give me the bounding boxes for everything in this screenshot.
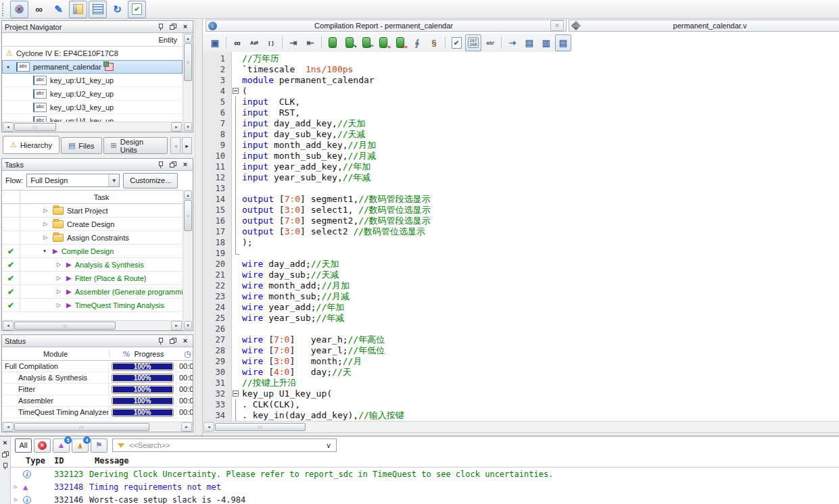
close-icon[interactable]: × — [1, 438, 10, 447]
scroll-right-icon[interactable]: ► — [171, 321, 182, 330]
id-column-header[interactable]: ID — [54, 456, 89, 465]
refresh-icon[interactable]: ↻ — [108, 1, 126, 18]
tab-hierarchy[interactable]: ⚠Hierarchy — [3, 136, 59, 154]
task-row[interactable]: ✔▷▶TimeQuest Timing Analysis — [2, 299, 183, 312]
tree-item[interactable]: abckey_up:U1_key_up — [2, 74, 183, 87]
code-line[interactable]: 24wire year_add;//年加 — [203, 302, 839, 313]
expand-arrow-icon[interactable]: ▷ — [43, 234, 49, 241]
editor-hscrollbar[interactable]: ◄ ||| — [203, 421, 839, 432]
tab-scroll-right-icon[interactable]: ▸ — [182, 137, 192, 154]
code-line[interactable]: 7input day_add_key,//天加 — [203, 118, 839, 129]
close-icon[interactable]: × — [181, 336, 190, 345]
message-column-header[interactable]: Message — [89, 456, 839, 465]
close-icon[interactable]: ✕ — [550, 20, 564, 31]
code-line[interactable]: 20wire day_add;//天加 — [203, 259, 839, 270]
code-line[interactable]: 4( — [203, 86, 839, 97]
expand-arrow-icon[interactable]: ▷ — [14, 484, 20, 490]
code-editor[interactable]: 1//万年历2`timescale 1ns/100ps3module perma… — [203, 52, 839, 421]
navigator-hscrollbar[interactable]: ◄ ||| ► — [2, 122, 183, 132]
expand-arrow-icon[interactable]: ▷ — [43, 221, 49, 227]
task-row[interactable]: ▷Start Project — [2, 204, 183, 218]
scroll-up-icon[interactable]: ▲ — [184, 191, 192, 199]
entity-column-header[interactable]: Entity — [2, 33, 183, 47]
filter-flag-button[interactable]: ⚑ — [91, 438, 107, 453]
hscroll-thumb[interactable]: ||| — [14, 423, 149, 431]
find-binoculars-icon[interactable]: ∞ — [30, 1, 48, 18]
bookmark-next-icon[interactable]: ↷ — [341, 34, 358, 51]
layout-list-icon[interactable] — [89, 1, 107, 18]
message-row[interactable]: ▷▲332148Timing requirements not met — [11, 480, 839, 493]
tasks-vscrollbar[interactable]: ▲ ≡ ▼ — [183, 190, 193, 330]
bookmark-prev-icon[interactable]: ↶ — [358, 34, 375, 51]
expand-arrow-icon[interactable]: ▾ — [43, 248, 49, 254]
vscroll-thumb[interactable]: ≡ — [184, 43, 192, 81]
scroll-up-icon[interactable]: ▲ — [184, 34, 192, 43]
code-line[interactable]: 1//万年历 — [203, 53, 839, 64]
tree-item[interactable]: ▾abcpermanent_calendar — [2, 60, 183, 74]
float-icon[interactable] — [1, 450, 10, 459]
replace-icon[interactable]: A⇄ — [246, 34, 262, 51]
code-line[interactable]: 29wire [3:0] month;//月 — [203, 356, 839, 367]
tree-item[interactable]: abckey_up:U2_key_up — [2, 87, 183, 101]
expand-arrow-icon[interactable]: ▷ — [57, 261, 63, 268]
code-line[interactable]: 31//按键上升沿 — [203, 378, 839, 388]
tab-scroll-left-icon[interactable]: ◂ — [170, 137, 181, 154]
tab-design-units[interactable]: ⊞Design Units — [103, 137, 168, 154]
expand-arrow-icon[interactable]: ▷ — [14, 497, 20, 503]
customize-button[interactable]: Customize... — [123, 173, 178, 188]
unindent-icon[interactable]: ⇤ — [302, 34, 318, 51]
code-line[interactable]: 28wire [7:0] year_l;//年低位 — [203, 345, 839, 356]
fold-marker-icon[interactable] — [231, 388, 242, 399]
ab-slash-icon[interactable]: ab/ — [482, 34, 498, 51]
scroll-left-icon[interactable]: ◄ — [3, 321, 14, 330]
pin-icon[interactable] — [1, 461, 10, 470]
task-row[interactable]: ✔▷▶Assembler (Generate programming — [2, 285, 183, 299]
float-icon[interactable] — [168, 160, 178, 169]
expand-arrow-icon[interactable]: ▷ — [57, 302, 63, 308]
search-combobox[interactable]: <<Search>> ∨ — [112, 438, 337, 452]
replace-in-files-icon[interactable]: ▣ — [207, 34, 223, 51]
match-brace-icon[interactable]: { } — [263, 34, 279, 51]
code-line[interactable]: 18); — [203, 237, 839, 248]
dock-splitter[interactable] — [195, 19, 203, 436]
code-line[interactable]: 13 — [203, 183, 839, 194]
scroll-down-icon[interactable]: ▼ — [184, 122, 192, 131]
code-line[interactable]: 25wire year_sub;//年减 — [203, 313, 839, 324]
goto-icon[interactable]: ⇢ — [504, 34, 521, 51]
float-icon[interactable] — [168, 22, 178, 31]
code-line[interactable]: 6input RST, — [203, 107, 839, 118]
code-line[interactable]: 26 — [203, 324, 839, 334]
close-icon[interactable]: × — [181, 160, 190, 169]
filter-critical-warnings-button[interactable]: ▲ 5 — [53, 438, 70, 453]
edit-pen-icon[interactable]: ✎ — [49, 1, 68, 18]
tree-item[interactable]: abckey_up:U4_key_up — [2, 114, 183, 122]
code-line[interactable]: 30wire [4:0] day;//天 — [203, 367, 839, 378]
expand-arrow-icon[interactable]: ▷ — [57, 288, 63, 295]
bookmark-delete-all-icon[interactable]: ×× — [392, 34, 408, 51]
message-row[interactable]: i332123Deriving Clock Uncertainty. Pleas… — [11, 468, 839, 480]
code-line[interactable]: 5input CLK, — [203, 97, 839, 107]
expand-arrow-icon[interactable]: ▷ — [57, 275, 63, 281]
task-row[interactable]: ▷Assign Constraints — [2, 231, 183, 245]
filter-all-button[interactable]: All — [15, 438, 32, 453]
pin-icon[interactable] — [156, 22, 166, 31]
code-line[interactable]: 9input month_add_key,//月加 — [203, 140, 839, 151]
pin-icon[interactable] — [156, 160, 166, 169]
filter-errors-button[interactable]: × — [34, 438, 51, 453]
tree-item[interactable]: ⚠Cyclone IV E: EP4CE10F17C8 — [2, 47, 183, 60]
code-line[interactable]: 2`timescale 1ns/100ps — [203, 64, 839, 75]
float-icon[interactable] — [168, 336, 178, 345]
compilation-report-window-titlebar[interactable]: ↓ Compilation Report - permanent_calenda… — [206, 20, 567, 32]
netlist-compass-icon[interactable]: × — [10, 1, 28, 18]
vscroll-thumb[interactable]: ≡ — [184, 200, 192, 231]
task-column-header[interactable]: Task — [20, 193, 183, 201]
hscroll-thumb[interactable]: ||| — [14, 123, 56, 131]
flow-select[interactable]: Full Design ▼ — [26, 174, 120, 187]
code-line[interactable]: 16output [7:0] segment2,//数码管段选显示 — [203, 216, 839, 226]
code-line[interactable]: 3module permanent_calendar — [203, 75, 839, 86]
code-line[interactable]: 33. CLK(CLK), — [203, 399, 839, 410]
code-line[interactable]: 32key_up U1_key_up( — [203, 388, 839, 399]
clock-icon[interactable]: ◷ — [177, 349, 193, 359]
task-check-icon[interactable]: ✔ — [128, 1, 146, 18]
expand-arrow-icon[interactable]: ▷ — [43, 207, 49, 213]
